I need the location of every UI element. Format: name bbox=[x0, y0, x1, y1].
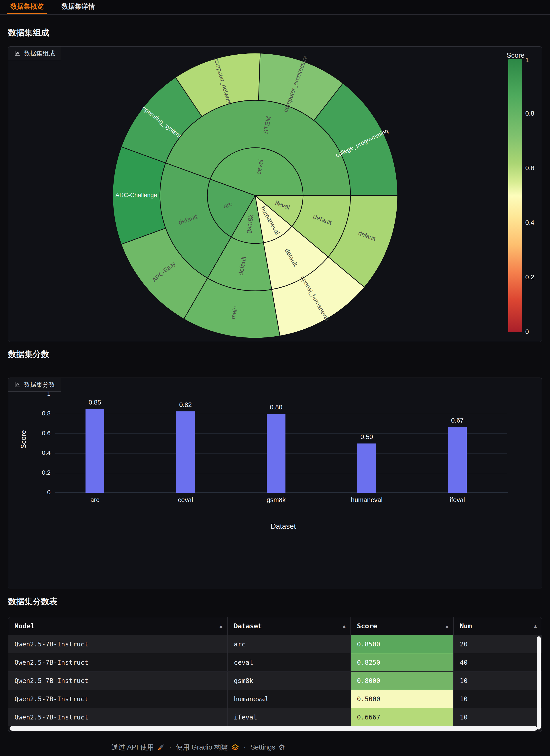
table-row[interactable]: Qwen2.5-7B-Instruct humaneval 0.5000 10 bbox=[8, 690, 542, 708]
cell-score[interactable]: 0.5000 bbox=[351, 690, 454, 708]
use-via-api-link[interactable]: 通过 API 使用 bbox=[111, 743, 154, 752]
column-header-label: Score bbox=[357, 622, 377, 630]
x-tick-label: ceval bbox=[159, 496, 212, 504]
cell-num[interactable]: 40 bbox=[454, 653, 542, 671]
y-tick-label: 0.4 bbox=[17, 449, 51, 456]
cell-score[interactable]: 0.6667 bbox=[351, 708, 454, 726]
bar-ifeval[interactable] bbox=[448, 427, 467, 493]
rocket-icon bbox=[157, 744, 165, 751]
bar-value-label: 0.80 bbox=[258, 404, 294, 411]
bar-value-label: 0.67 bbox=[439, 417, 475, 424]
horizontal-scrollbar[interactable] bbox=[10, 726, 537, 731]
scores-panel: 数据集分数 Score Dataset 00.20.40.60.810.85ar… bbox=[8, 378, 542, 589]
table-row[interactable]: Qwen2.5-7B-Instruct ceval 0.8250 40 bbox=[8, 653, 542, 672]
gear-icon[interactable]: ⚙ bbox=[278, 743, 285, 752]
cell-model[interactable]: Qwen2.5-7B-Instruct bbox=[8, 653, 228, 671]
cell-score[interactable]: 0.8000 bbox=[351, 672, 454, 690]
column-header-model[interactable]: Model ▲ bbox=[8, 617, 228, 635]
section-title-score-table: 数据集分数表 bbox=[8, 596, 57, 607]
scatter-chart-icon bbox=[14, 50, 21, 57]
tab-dataset-details[interactable]: 数据集详情 bbox=[58, 0, 98, 14]
tab-bar: 数据集概览 数据集详情 bbox=[0, 0, 550, 15]
sort-asc-icon[interactable]: ▲ bbox=[534, 623, 537, 629]
cell-num[interactable]: 10 bbox=[454, 690, 542, 708]
cell-num[interactable]: 20 bbox=[454, 635, 542, 653]
y-tick-label: 0.6 bbox=[17, 430, 51, 437]
composition-panel-label[interactable]: 数据集组成 bbox=[8, 47, 61, 60]
y-tick-label: 0.8 bbox=[17, 410, 51, 417]
separator-dot: · bbox=[168, 743, 173, 751]
column-header-dataset[interactable]: Dataset ▲ bbox=[228, 617, 351, 635]
column-header-label: Num bbox=[460, 622, 472, 630]
column-header-label: Dataset bbox=[234, 622, 262, 630]
column-header-label: Model bbox=[14, 622, 35, 630]
bar-arc[interactable] bbox=[86, 409, 104, 493]
colorbar-tick: 1 bbox=[525, 56, 550, 64]
built-with-gradio-link[interactable]: 使用 Gradio 构建 bbox=[176, 743, 228, 752]
cell-dataset[interactable]: ifeval bbox=[228, 708, 351, 726]
composition-panel-label-text: 数据集组成 bbox=[24, 49, 55, 58]
section-title-scores: 数据集分数 bbox=[8, 349, 49, 360]
gradio-logo-icon bbox=[231, 743, 239, 751]
table-row[interactable]: Qwen2.5-7B-Instruct ifeval 0.6667 10 bbox=[8, 708, 542, 726]
sunburst-chart[interactable]: cevalSTEMcollege_programmingcomputer_arc… bbox=[113, 53, 398, 338]
bar-gsm8k[interactable] bbox=[267, 414, 285, 493]
cell-num[interactable]: 10 bbox=[454, 672, 542, 690]
sunburst-label: ARC-Challenge bbox=[115, 192, 157, 198]
cell-dataset[interactable]: gsm8k bbox=[228, 672, 351, 690]
table-row[interactable]: Qwen2.5-7B-Instruct gsm8k 0.8000 10 bbox=[8, 672, 542, 690]
x-tick-label: arc bbox=[68, 496, 122, 504]
table-header-row: Model ▲ Dataset ▲ Score ▲ Num ▲ bbox=[8, 617, 542, 635]
colorbar-tick: 0.8 bbox=[525, 110, 550, 117]
cell-model[interactable]: Qwen2.5-7B-Instruct bbox=[8, 672, 228, 690]
sort-asc-icon[interactable]: ▲ bbox=[220, 623, 223, 629]
y-tick-label: 1 bbox=[17, 390, 51, 397]
cell-model[interactable]: Qwen2.5-7B-Instruct bbox=[8, 690, 228, 708]
colorbar-tick: 0.6 bbox=[525, 164, 550, 172]
column-header-num[interactable]: Num ▲ bbox=[454, 617, 542, 635]
colorbar-gradient bbox=[508, 59, 522, 332]
bar-value-label: 0.50 bbox=[349, 433, 384, 441]
cell-dataset[interactable]: ceval bbox=[228, 653, 351, 671]
settings-link[interactable]: Settings bbox=[250, 743, 275, 751]
composition-panel: 数据集组成 cevalSTEMcollege_programmingcomput… bbox=[8, 46, 542, 342]
cell-score[interactable]: 0.8500 bbox=[351, 635, 454, 653]
vertical-scrollbar[interactable] bbox=[537, 636, 541, 729]
table-row[interactable]: Qwen2.5-7B-Instruct arc 0.8500 20 bbox=[8, 635, 542, 653]
bar-value-label: 0.82 bbox=[168, 401, 203, 409]
bar-ceval[interactable] bbox=[176, 411, 195, 493]
cell-dataset[interactable]: humaneval bbox=[228, 690, 351, 708]
colorbar-tick: 0.4 bbox=[525, 219, 550, 226]
footer: 通过 API 使用 · 使用 Gradio 构建 · Settings ⚙ bbox=[111, 743, 285, 752]
x-tick-label: ifeval bbox=[431, 496, 484, 504]
y-tick-label: 0.2 bbox=[17, 469, 51, 476]
bar-chart: Score Dataset 00.20.40.60.810.85arc0.82c… bbox=[8, 378, 542, 589]
bar-value-label: 0.85 bbox=[77, 399, 113, 406]
section-title-composition: 数据集组成 bbox=[8, 27, 49, 38]
cell-model[interactable]: Qwen2.5-7B-Instruct bbox=[8, 708, 228, 726]
y-tick-label: 0 bbox=[17, 489, 51, 496]
cell-model[interactable]: Qwen2.5-7B-Instruct bbox=[8, 635, 228, 653]
colorbar-tick: 0.2 bbox=[525, 274, 550, 281]
cell-num[interactable]: 10 bbox=[454, 708, 542, 726]
cell-score[interactable]: 0.8250 bbox=[351, 653, 454, 671]
x-tick-label: humaneval bbox=[340, 496, 393, 504]
separator-dot: · bbox=[242, 743, 247, 751]
tab-dataset-overview[interactable]: 数据集概览 bbox=[7, 0, 47, 14]
colorbar-tick: 0 bbox=[525, 328, 550, 335]
x-tick-label: gsm8k bbox=[250, 496, 303, 504]
colorbar-title: Score bbox=[507, 51, 525, 59]
bar-humaneval[interactable] bbox=[357, 443, 376, 493]
column-header-score[interactable]: Score ▲ bbox=[351, 617, 454, 635]
scores-table: Model ▲ Dataset ▲ Score ▲ Num ▲ Qwen2.5-… bbox=[8, 617, 542, 732]
sort-asc-icon[interactable]: ▲ bbox=[446, 623, 448, 629]
x-axis-label: Dataset bbox=[259, 522, 308, 531]
cell-dataset[interactable]: arc bbox=[228, 635, 351, 653]
sort-asc-icon[interactable]: ▲ bbox=[343, 623, 345, 629]
